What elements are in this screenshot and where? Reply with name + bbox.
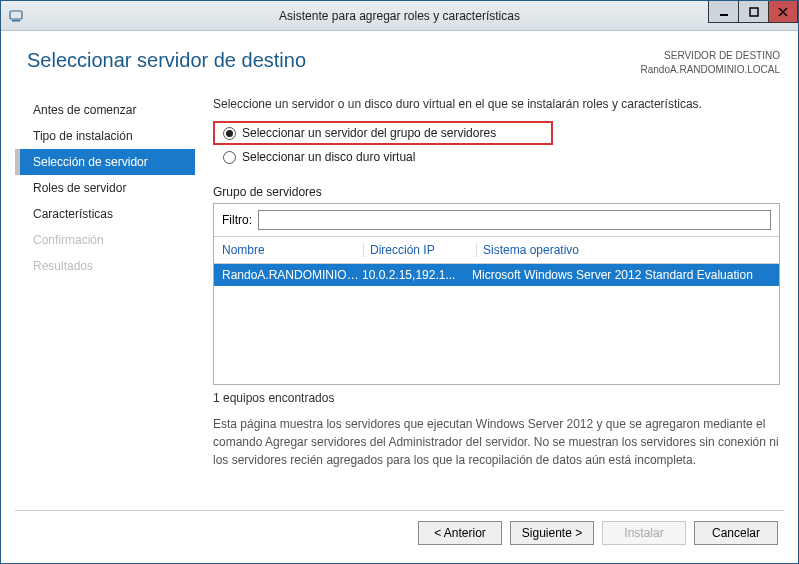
- page-title: Seleccionar servidor de destino: [27, 49, 306, 72]
- header-row: Seleccionar servidor de destino SERVIDOR…: [15, 41, 784, 97]
- previous-button[interactable]: < Anterior: [418, 521, 502, 545]
- sidebar-item-confirmation: Confirmación: [15, 227, 195, 253]
- install-button: Instalar: [602, 521, 686, 545]
- content-area: Seleccionar servidor de destino SERVIDOR…: [1, 31, 798, 563]
- help-text: Esta página muestra los servidores que e…: [213, 415, 780, 469]
- filter-input[interactable]: [258, 210, 771, 230]
- table-body: RandoA.RANDOMINIO.L... 10.0.2.15,192.1..…: [214, 264, 779, 384]
- app-icon: [7, 7, 25, 25]
- radio-highlight-box: Seleccionar un servidor del grupo de ser…: [213, 121, 553, 145]
- svg-rect-1: [12, 20, 20, 22]
- radio-label: Seleccionar un servidor del grupo de ser…: [242, 126, 496, 140]
- sidebar-item-server-roles[interactable]: Roles de servidor: [15, 175, 195, 201]
- sidebar-item-results: Resultados: [15, 253, 195, 279]
- server-pool-box: Filtro: Nombre Dirección IP Sistema oper…: [213, 203, 780, 385]
- window-title: Asistente para agregar roles y caracterí…: [1, 9, 798, 23]
- instruction-text: Seleccione un servidor o un disco duro v…: [213, 97, 780, 111]
- column-header-ip[interactable]: Dirección IP: [370, 243, 470, 257]
- close-button[interactable]: [768, 1, 798, 23]
- cancel-button[interactable]: Cancelar: [694, 521, 778, 545]
- svg-rect-0: [10, 11, 22, 19]
- table-row[interactable]: RandoA.RANDOMINIO.L... 10.0.2.15,192.1..…: [214, 264, 779, 286]
- sidebar: Antes de comenzar Tipo de instalación Se…: [15, 97, 195, 510]
- minimize-button[interactable]: [708, 1, 738, 23]
- column-header-os[interactable]: Sistema operativo: [483, 243, 771, 257]
- sidebar-item-server-selection[interactable]: Selección de servidor: [15, 149, 195, 175]
- cell-name: RandoA.RANDOMINIO.L...: [222, 268, 362, 282]
- wizard-window: Asistente para agregar roles y caracterí…: [0, 0, 799, 564]
- maximize-button[interactable]: [738, 1, 768, 23]
- button-bar: < Anterior Siguiente > Instalar Cancelar: [15, 510, 784, 553]
- filter-label: Filtro:: [222, 213, 252, 227]
- server-pool-label: Grupo de servidores: [213, 185, 780, 199]
- radio-icon: [223, 127, 236, 140]
- body-row: Antes de comenzar Tipo de instalación Se…: [15, 97, 784, 510]
- radio-icon: [223, 151, 236, 164]
- main-panel: Seleccione un servidor o un disco duro v…: [195, 97, 784, 510]
- next-button[interactable]: Siguiente >: [510, 521, 594, 545]
- sidebar-item-features[interactable]: Características: [15, 201, 195, 227]
- column-header-name[interactable]: Nombre: [222, 243, 357, 257]
- radio-vhd[interactable]: Seleccionar un disco duro virtual: [223, 150, 770, 164]
- destination-label: SERVIDOR DE DESTINO: [641, 49, 781, 63]
- sidebar-item-install-type[interactable]: Tipo de instalación: [15, 123, 195, 149]
- cell-os: Microsoft Windows Server 2012 Standard E…: [472, 268, 771, 282]
- found-count: 1 equipos encontrados: [213, 391, 780, 405]
- filter-row: Filtro:: [214, 204, 779, 236]
- sidebar-item-before-begin[interactable]: Antes de comenzar: [15, 97, 195, 123]
- window-controls: [708, 1, 798, 23]
- destination-block: SERVIDOR DE DESTINO RandoA.RANDOMINIO.LO…: [641, 49, 781, 77]
- radio-label: Seleccionar un disco duro virtual: [242, 150, 415, 164]
- svg-rect-3: [750, 8, 758, 16]
- cell-ip: 10.0.2.15,192.1...: [362, 268, 472, 282]
- radio-server-pool[interactable]: Seleccionar un servidor del grupo de ser…: [223, 126, 543, 140]
- titlebar: Asistente para agregar roles y caracterí…: [1, 1, 798, 31]
- table-header: Nombre Dirección IP Sistema operativo: [214, 237, 779, 263]
- destination-value: RandoA.RANDOMINIO.LOCAL: [641, 63, 781, 77]
